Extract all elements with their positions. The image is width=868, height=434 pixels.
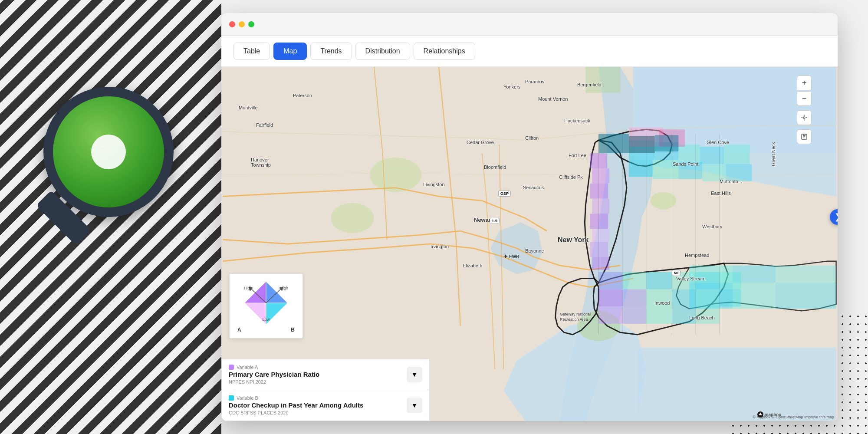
variable-b-info: Variable B Doctor Checkup in Past Year A… <box>229 395 401 415</box>
close-button[interactable] <box>229 21 235 27</box>
svg-rect-49 <box>776 283 836 309</box>
svg-rect-16 <box>702 164 726 181</box>
svg-rect-17 <box>726 164 752 181</box>
map-label-great-neck: Great Neck <box>771 142 776 166</box>
variable-a-name: Primary Care Physician Ratio <box>229 371 401 378</box>
bivariate-legend: High High Low A B <box>229 273 303 339</box>
svg-rect-12 <box>724 145 750 164</box>
browser-window: Table Map Trends Distribution Relationsh… <box>221 13 838 421</box>
svg-rect-48 <box>733 283 776 309</box>
rt50-badge: 50 <box>672 270 681 276</box>
legend-high-b-label: High <box>280 286 288 290</box>
svg-rect-2 <box>638 348 836 421</box>
svg-rect-32 <box>598 289 622 306</box>
zoom-out-button[interactable]: − <box>797 91 812 106</box>
svg-point-4 <box>370 158 421 192</box>
svg-rect-54 <box>655 135 679 151</box>
svg-point-3 <box>651 192 677 210</box>
tab-distribution[interactable]: Distribution <box>355 43 410 60</box>
svg-rect-53 <box>629 136 655 153</box>
variable-b-dropdown[interactable]: ▼ <box>407 398 422 413</box>
svg-rect-34 <box>646 289 672 306</box>
svg-point-61 <box>803 117 805 118</box>
ewr-badge: ✈ EWR <box>503 253 519 260</box>
i9-badge: 1-9 <box>490 218 500 224</box>
variable-b-name: Doctor Checkup in Past Year Among Adults <box>229 401 401 409</box>
tab-map[interactable]: Map <box>273 43 307 60</box>
svg-rect-38 <box>598 306 622 324</box>
map-container[interactable]: Paterson Yonkers Bergenfield Mount Verno… <box>221 67 838 421</box>
variable-a-dropdown[interactable]: ▼ <box>407 367 422 382</box>
variable-b-label: Variable B <box>229 395 401 401</box>
legend-low-label: Low <box>263 317 270 322</box>
svg-rect-23 <box>592 229 609 242</box>
variable-b-panel: Variable B Doctor Checkup in Past Year A… <box>221 390 430 421</box>
svg-rect-15 <box>678 162 702 179</box>
variable-a-label: Variable A <box>229 365 401 370</box>
variable-a-info: Variable A Primary Care Physician Ratio … <box>229 365 401 385</box>
variable-a-source: NPPES NPI 2022 <box>229 379 401 385</box>
svg-rect-22 <box>590 214 608 229</box>
variable-a-color <box>229 365 234 370</box>
svg-rect-52 <box>598 134 629 153</box>
svg-rect-14 <box>653 160 679 179</box>
svg-rect-39 <box>622 306 646 324</box>
svg-rect-21 <box>592 199 609 214</box>
window-chrome <box>221 13 838 36</box>
svg-rect-25 <box>592 257 609 270</box>
legend-high-a-label: High <box>244 286 252 290</box>
svg-rect-40 <box>646 306 672 324</box>
tab-trends[interactable]: Trends <box>310 43 352 60</box>
svg-rect-46 <box>776 266 836 283</box>
maximize-button[interactable] <box>248 21 254 27</box>
svg-rect-27 <box>622 272 646 289</box>
svg-rect-6 <box>585 67 620 93</box>
variable-panels: Variable A Primary Care Physician Ratio … <box>221 359 430 421</box>
variable-a-panel: Variable A Primary Care Physician Ratio … <box>221 359 430 390</box>
svg-rect-10 <box>678 145 700 162</box>
svg-point-5 <box>331 203 374 233</box>
svg-rect-19 <box>592 168 609 184</box>
minimize-button[interactable] <box>239 21 245 27</box>
traffic-lights <box>229 21 254 27</box>
svg-rect-20 <box>590 184 608 199</box>
svg-rect-28 <box>646 272 672 289</box>
svg-rect-42 <box>696 306 720 324</box>
svg-rect-33 <box>622 289 646 306</box>
tab-relationships[interactable]: Relationships <box>414 43 475 60</box>
tab-table[interactable]: Table <box>233 43 270 60</box>
variable-b-source: CDC BRFSS PLACES 2020 <box>229 410 401 415</box>
variable-b-color <box>229 395 234 401</box>
magnifier-decoration <box>26 87 191 260</box>
legend-b-label: B <box>291 327 295 333</box>
legend-a-label: A <box>237 327 241 333</box>
tab-bar: Table Map Trends Distribution Relationsh… <box>221 36 838 67</box>
svg-rect-41 <box>672 306 696 324</box>
svg-rect-24 <box>590 242 608 257</box>
mapbox-logo: mapbox <box>757 411 781 418</box>
svg-rect-11 <box>700 147 724 164</box>
svg-rect-45 <box>733 266 776 283</box>
zoom-in-button[interactable]: + <box>797 76 812 90</box>
gsp-badge: GSP <box>498 191 511 197</box>
save-map-button[interactable] <box>797 129 812 144</box>
svg-rect-26 <box>598 272 622 289</box>
map-controls: + − <box>797 76 812 144</box>
location-button[interactable] <box>797 110 812 125</box>
svg-rect-13 <box>629 160 653 177</box>
